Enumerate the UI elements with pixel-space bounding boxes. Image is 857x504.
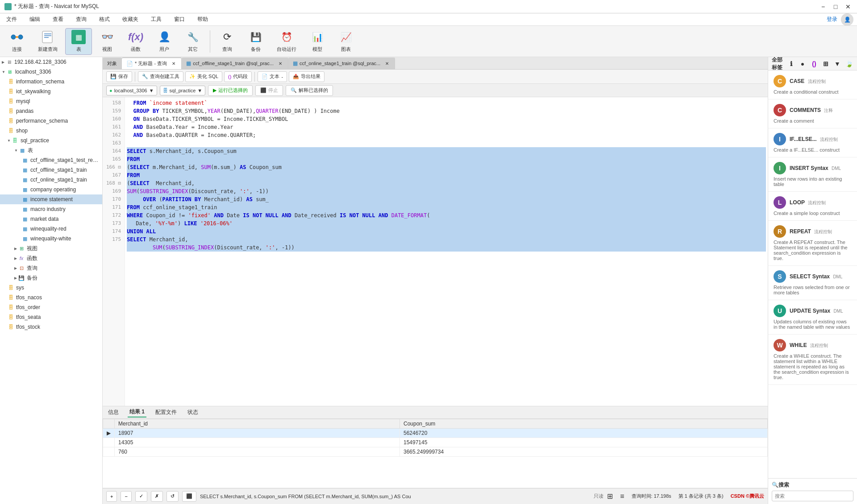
menu-query[interactable]: 查询: [73, 15, 89, 24]
results-tab-result1[interactable]: 结果 1: [128, 407, 146, 417]
grid-icon[interactable]: ⊞: [821, 59, 830, 68]
toolbar-chart[interactable]: 📈 图表: [333, 28, 359, 55]
tab-ccf-online[interactable]: ▦ ccf_online_stage1_train @sql_prac... ✕: [288, 58, 395, 69]
bottom-list-icon[interactable]: ≡: [620, 492, 624, 500]
sidebar-db-tfos-nacos[interactable]: 🗄 tfos_nacos: [0, 293, 102, 302]
sidebar-fn-group[interactable]: ▶ fx 函数: [0, 253, 102, 263]
beautify-sql-button[interactable]: ✨ 美化 SQL: [185, 71, 222, 82]
sidebar-table-market[interactable]: ▦ market data: [0, 214, 102, 224]
results-tab-status[interactable]: 状态: [186, 408, 200, 417]
leaf-icon[interactable]: 🍃: [845, 59, 853, 68]
toolbar-view[interactable]: 👓 视图: [94, 28, 121, 55]
tab-ccf-online-close[interactable]: ✕: [384, 60, 390, 66]
code-block-button[interactable]: () 代码段: [224, 71, 252, 82]
snippet-comments[interactable]: C COMMENTS 注释 Create a comment: [768, 99, 857, 128]
sidebar-view-group[interactable]: ▶ ⊞ 视图: [0, 244, 102, 253]
refresh-button[interactable]: ↺: [166, 491, 179, 502]
save-button[interactable]: 💾 保存: [106, 71, 132, 82]
toolbar-function[interactable]: f(x) 函数: [122, 28, 149, 55]
code-editor[interactable]: 158 159 160 161 162 163 164 165 166 ⊟ 16…: [103, 97, 768, 406]
sidebar-db-tfos-order[interactable]: 🗄 tfos_order: [0, 302, 102, 312]
login-link[interactable]: 登录: [827, 16, 837, 23]
bottom-grid-icon[interactable]: ⊞: [607, 492, 613, 500]
close-button[interactable]: ✕: [844, 2, 853, 11]
tab-object[interactable]: 对象: [103, 58, 122, 69]
menu-file[interactable]: 文件: [4, 15, 20, 24]
menu-format[interactable]: 格式: [96, 15, 112, 24]
sidebar-db-pandas[interactable]: 🗄 pandas: [0, 106, 102, 116]
sidebar-db-tfos-stock[interactable]: 🗄 tfos_stock: [0, 322, 102, 332]
code-content[interactable]: FROM `income statement` GROUP BY TICKER_…: [125, 97, 768, 406]
sidebar-conn1[interactable]: ▶ 🖥 192.168.42.128_3306: [0, 57, 102, 67]
snippet-while[interactable]: W WHILE 流程控制 Create a WHILE construct. T…: [768, 335, 857, 385]
stop-button[interactable]: ⬛ 停止: [255, 85, 283, 96]
toolbar-backup[interactable]: 💾 备份: [242, 28, 269, 55]
query-create-tool-button[interactable]: 🔧 查询创建工具: [138, 71, 183, 82]
stop-result-button[interactable]: ⬛: [182, 491, 196, 502]
eye-icon[interactable]: ●: [798, 59, 807, 68]
menu-view[interactable]: 查看: [50, 15, 66, 24]
confirm-button[interactable]: ✓: [135, 491, 147, 502]
info-icon[interactable]: ℹ: [786, 59, 795, 68]
tab-ccf-offline[interactable]: ▦ ccf_offline_stage1_train @sql_prac... …: [182, 58, 288, 69]
menu-favorites[interactable]: 收藏夹: [120, 15, 141, 24]
menu-tools[interactable]: 工具: [148, 15, 164, 24]
table-row[interactable]: 14305 15497145: [103, 438, 768, 447]
tab-ccf-offline-close[interactable]: ✕: [277, 60, 283, 66]
sidebar-db-perf[interactable]: 🗄 performance_schema: [0, 116, 102, 126]
user-avatar[interactable]: 👤: [841, 13, 853, 26]
expand-arrow[interactable]: ▼: [833, 59, 842, 68]
sidebar-db-iot[interactable]: 🗄 iot_skywalking: [0, 87, 102, 96]
toolbar-user[interactable]: 👤 用户: [151, 28, 178, 55]
sidebar-table-income[interactable]: ▦ income statement: [0, 194, 102, 204]
tab-query1-close[interactable]: ✕: [171, 61, 177, 67]
title-bar-controls[interactable]: − □ ✕: [819, 2, 853, 11]
snippet-select[interactable]: S SELECT Syntax DML Retrieve rows select…: [768, 266, 857, 300]
explain-button[interactable]: 🔍 解释已选择的: [286, 85, 333, 96]
text-button[interactable]: 📄 文本 -: [258, 71, 287, 82]
toolbar-new-query[interactable]: 新建查询: [32, 28, 63, 55]
bracket-icon[interactable]: (): [810, 59, 819, 68]
sidebar-table-macro[interactable]: ▦ macro industry: [0, 204, 102, 214]
sidebar-db-mysql[interactable]: 🗄 mysql: [0, 96, 102, 106]
snippet-insert[interactable]: I INSERT Syntax DML Insert new rows into…: [768, 157, 857, 192]
sidebar-table-group[interactable]: ▼ ▦ 表: [0, 145, 102, 155]
toolbar-query[interactable]: ⟳ 查询: [214, 28, 241, 55]
table-row[interactable]: 760 3665.249999734: [103, 447, 768, 457]
sidebar-db-info[interactable]: 🗄 information_schema: [0, 77, 102, 87]
sidebar-table-wine-red[interactable]: ▦ winequality-red: [0, 224, 102, 234]
snippet-update[interactable]: U UPDATE Syntax DML Updates columns of e…: [768, 300, 857, 335]
snippet-loop[interactable]: L LOOP 流程控制 Create a simple loop constru…: [768, 192, 857, 221]
sidebar-db-sqlpractice[interactable]: ▼ 🗄 sql_practice: [0, 136, 102, 145]
toolbar-model[interactable]: 📊 模型: [304, 28, 331, 55]
toolbar-other[interactable]: 🔧 其它: [179, 28, 206, 55]
snippet-case[interactable]: C CASE 流程控制 Create a conditional constru…: [768, 70, 857, 99]
toolbar-connect[interactable]: 连接: [4, 28, 30, 55]
toolbar-autorun[interactable]: ⏰ 自动运行: [271, 28, 302, 55]
sidebar-table-wine-white[interactable]: ▦ winequality-white: [0, 234, 102, 244]
sidebar-query-group[interactable]: ▶ ⊡ 查询: [0, 263, 102, 273]
cancel-row-button[interactable]: ✗: [151, 491, 163, 502]
sidebar-table-ccf-offline[interactable]: ▦ ccf_offline_stage1_train: [0, 165, 102, 175]
sidebar-table-ccf-online[interactable]: ▦ ccf_online_stage1_train: [0, 175, 102, 185]
export-button[interactable]: 📤 导出结果: [289, 71, 324, 82]
sidebar-db-tfos-seata[interactable]: 🗄 tfos_seata: [0, 312, 102, 322]
delete-row-button[interactable]: −: [121, 491, 131, 502]
maximize-button[interactable]: □: [831, 2, 840, 11]
results-tab-info[interactable]: 信息: [106, 408, 121, 417]
sidebar-db-sys[interactable]: 🗄 sys: [0, 283, 102, 293]
snippet-repeat[interactable]: R REPEAT 流程控制 Create A REPEAT construct.…: [768, 221, 857, 266]
search-input[interactable]: [772, 491, 853, 501]
snippet-ifelse[interactable]: I IF...ELSE... 流程控制 Create a IF...ELSE..…: [768, 128, 857, 157]
tab-query1[interactable]: 📄 * 无标题 - 查询 ✕: [122, 58, 182, 69]
toolbar-table[interactable]: ▦ 表: [65, 28, 92, 55]
sidebar-db-shop[interactable]: 🗄 shop: [0, 126, 102, 136]
menu-window[interactable]: 窗口: [171, 15, 187, 24]
add-row-button[interactable]: +: [106, 491, 117, 502]
database-select[interactable]: 🗄 sql_practice ▼: [160, 86, 206, 95]
minimize-button[interactable]: −: [819, 2, 828, 11]
sidebar-table-ccf-offline-test[interactable]: ▦ ccf_offline_stage1_test_revised: [0, 155, 102, 165]
run-button[interactable]: ▶ 运行已选择的: [208, 85, 253, 96]
results-tab-profile[interactable]: 配置文件: [154, 408, 179, 417]
sidebar-table-company[interactable]: ▦ company operating: [0, 185, 102, 194]
